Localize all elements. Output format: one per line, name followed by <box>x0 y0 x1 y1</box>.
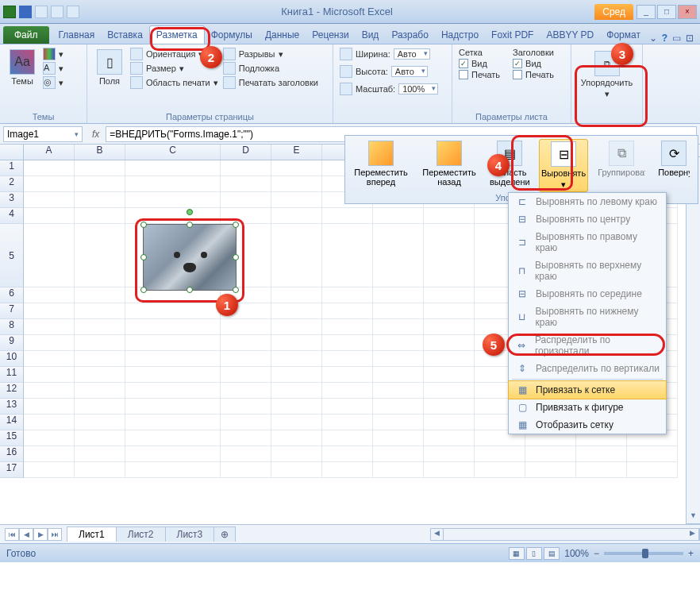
height-select[interactable]: Высота: Авто <box>340 65 445 78</box>
cell[interactable] <box>221 430 271 446</box>
cell[interactable] <box>424 287 475 303</box>
menu-distribute-v[interactable]: ⇕Распределить по вертикали <box>509 360 666 377</box>
row-head[interactable]: 6 <box>0 287 24 303</box>
menu-align-left[interactable]: ⊏Выровнять по левому краю <box>509 193 666 210</box>
cell[interactable] <box>221 446 271 462</box>
row-head[interactable]: 10 <box>0 351 24 367</box>
cell[interactable] <box>475 446 525 462</box>
zoom-out-button[interactable]: − <box>594 548 599 559</box>
cell[interactable] <box>24 430 75 446</box>
cell[interactable] <box>24 335 75 351</box>
cell[interactable] <box>221 383 271 399</box>
grid-print-check[interactable]: Печать <box>459 70 500 79</box>
cell[interactable] <box>75 430 125 446</box>
cell[interactable] <box>424 335 475 351</box>
fx-icon[interactable]: fx <box>86 129 106 140</box>
sheet-tab[interactable]: Лист3 <box>165 526 215 542</box>
sheet-nav-next[interactable]: ▶ <box>33 528 48 541</box>
cell[interactable] <box>322 335 373 351</box>
rotate-handle[interactable] <box>187 209 193 215</box>
tab-developer[interactable]: Разрабо <box>385 26 435 44</box>
cell[interactable] <box>373 351 424 367</box>
breaks-button[interactable]: Разрывы ▾ <box>223 48 318 60</box>
cell[interactable] <box>221 160 271 176</box>
menu-align-right[interactable]: ⊐Выровнять по правому краю <box>509 228 666 256</box>
col-head[interactable]: E <box>271 145 322 160</box>
menu-align-middle[interactable]: ⊟Выровнять по середине <box>509 285 666 303</box>
maximize-button[interactable]: □ <box>657 5 676 19</box>
margins-button[interactable]: ▯ Поля <box>94 48 125 87</box>
doc-close-icon[interactable]: ⊡ <box>686 33 694 44</box>
cell[interactable] <box>373 430 424 446</box>
cell[interactable] <box>75 319 125 335</box>
cell[interactable] <box>322 430 373 446</box>
cell[interactable] <box>221 176 271 192</box>
row-head[interactable]: 16 <box>0 446 24 462</box>
tab-abbyy[interactable]: ABBYY PD <box>540 26 600 44</box>
tab-insert[interactable]: Вставка <box>101 26 149 44</box>
grid-view-check[interactable]: ✓Вид <box>459 59 500 68</box>
row-head[interactable]: 2 <box>0 176 24 192</box>
cell[interactable] <box>322 415 373 430</box>
print-area-button[interactable]: Область печати ▾ <box>130 76 218 89</box>
tab-review[interactable]: Рецензи <box>306 26 355 44</box>
cell[interactable] <box>125 335 221 351</box>
row-head[interactable]: 17 <box>0 462 24 478</box>
cell[interactable] <box>322 208 373 224</box>
theme-colors[interactable]: ▾ <box>43 48 63 60</box>
horizontal-scrollbar[interactable]: ◀ ▶ <box>430 528 700 541</box>
cell[interactable] <box>373 208 424 224</box>
minimize-ribbon-icon[interactable]: ⌄ <box>649 33 657 44</box>
cell[interactable] <box>221 415 271 430</box>
cell[interactable] <box>125 415 221 430</box>
cell[interactable] <box>75 446 125 462</box>
sheet-tab[interactable]: Лист2 <box>116 526 166 542</box>
tab-format[interactable]: Формат <box>600 26 647 44</box>
resize-handle[interactable] <box>233 222 239 228</box>
view-normal-icon[interactable]: ▦ <box>509 547 525 560</box>
cell[interactable] <box>322 224 373 287</box>
scroll-track[interactable] <box>687 157 700 511</box>
cell[interactable] <box>75 303 125 319</box>
scroll-left-icon[interactable]: ◀ <box>431 529 444 540</box>
cell[interactable] <box>125 367 221 383</box>
cell[interactable] <box>424 208 475 224</box>
cell[interactable] <box>271 192 322 208</box>
cell[interactable] <box>424 351 475 367</box>
cell[interactable] <box>424 399 475 415</box>
cell[interactable] <box>373 303 424 319</box>
resize-handle[interactable] <box>187 222 193 228</box>
tab-formulas[interactable]: Формулы <box>205 26 259 44</box>
view-page-icon[interactable]: ▯ <box>526 547 542 560</box>
cell[interactable] <box>627 462 678 478</box>
new-sheet-button[interactable]: ⊕ <box>213 526 236 542</box>
cell[interactable] <box>24 399 75 415</box>
view-break-icon[interactable]: ▤ <box>544 547 560 560</box>
menu-snap-to-grid[interactable]: ▦Привязать к сетке <box>508 380 667 399</box>
resize-handle[interactable] <box>233 287 239 293</box>
menu-distribute-h[interactable]: ⇔Распределить по горизонтали <box>509 331 666 360</box>
cell[interactable] <box>322 287 373 303</box>
head-print-check[interactable]: Печать <box>513 70 554 79</box>
zoom-slider[interactable] <box>604 552 683 555</box>
cell[interactable] <box>322 462 373 478</box>
theme-fonts[interactable]: A▾ <box>43 62 63 75</box>
cell[interactable] <box>221 335 271 351</box>
row-head[interactable]: 12 <box>0 383 24 399</box>
cell[interactable] <box>221 192 271 208</box>
row-head[interactable]: 9 <box>0 335 24 351</box>
menu-snap-to-shape[interactable]: ▢Привязать к фигуре <box>509 399 666 416</box>
cell[interactable] <box>627 446 678 462</box>
col-head[interactable]: D <box>221 145 271 160</box>
select-all-corner[interactable] <box>0 145 24 160</box>
tab-addins[interactable]: Надстро <box>435 26 485 44</box>
tab-foxit[interactable]: Foxit PDF <box>485 26 540 44</box>
resize-handle[interactable] <box>140 287 147 293</box>
cell[interactable] <box>373 335 424 351</box>
cell[interactable] <box>271 430 322 446</box>
cell[interactable] <box>373 383 424 399</box>
cell[interactable] <box>125 303 221 319</box>
cell[interactable] <box>373 319 424 335</box>
cell[interactable] <box>75 224 125 287</box>
send-backward-button[interactable]: Переместить назад <box>418 139 480 192</box>
